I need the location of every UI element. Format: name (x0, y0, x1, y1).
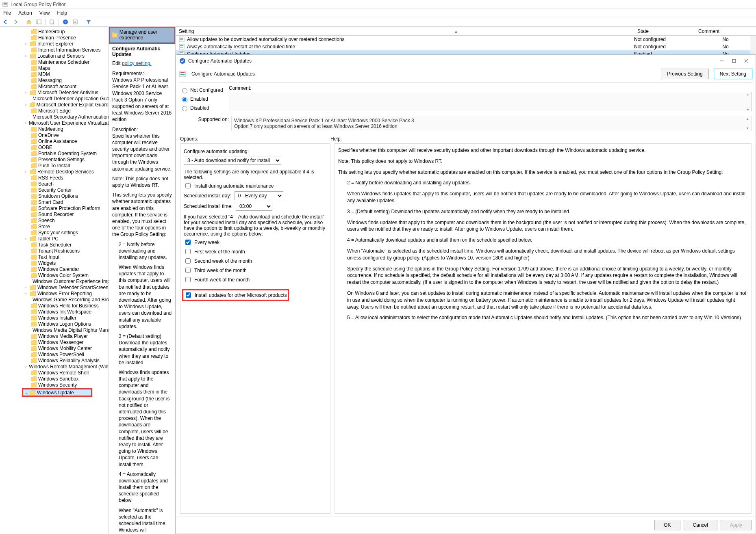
forward-button[interactable] (11, 18, 20, 26)
tree-item[interactable]: Online Assistance (0, 138, 109, 144)
tree-item[interactable]: Windows Security (0, 382, 109, 388)
fourth-week-checkbox[interactable]: Fourth week of the month (184, 276, 327, 283)
tree-item[interactable]: ›Windows Remote Management (WinRM) (0, 363, 109, 370)
tree-item[interactable]: Maintenance Scheduler (0, 59, 109, 65)
chevron-right-icon[interactable]: › (25, 285, 29, 290)
tree-item[interactable]: ›Remote Desktop Services (0, 169, 109, 175)
other-products-checkbox[interactable]: Install updates for other Microsoft prod… (184, 291, 287, 299)
comment-input[interactable] (229, 92, 752, 111)
tree-item[interactable]: Microsoft Secondary Authentication Facto… (0, 114, 109, 120)
tree-item[interactable]: Windows Messenger (0, 339, 109, 345)
list-scrollbar[interactable] (750, 36, 756, 54)
radio-not-configured[interactable]: Not Configured (180, 87, 225, 93)
configure-updating-select[interactable]: 3 - Auto download and notify for install (184, 156, 281, 165)
table-row[interactable]: Allow updates to be downloaded automatic… (176, 36, 756, 43)
tree-item[interactable]: Windows Color System (0, 272, 109, 278)
chevron-right-icon[interactable]: › (25, 291, 29, 296)
previous-setting-button[interactable]: Previous Setting (661, 69, 708, 79)
filter-button[interactable] (85, 18, 93, 26)
menu-action[interactable]: Action (18, 10, 32, 16)
first-week-checkbox[interactable]: First week of the month (184, 248, 327, 255)
tree-item[interactable]: Sync your settings (0, 229, 109, 236)
install-maintenance-checkbox[interactable]: Install during automatic maintenance (184, 182, 327, 190)
tree-item[interactable]: Store (0, 223, 109, 229)
tree-item[interactable]: Windows Ink Workspace (0, 309, 109, 315)
tree-item[interactable]: Human Presence (0, 35, 109, 41)
tree-item[interactable]: ›Microsoft User Experience Virtualizatio… (0, 120, 109, 126)
chevron-right-icon[interactable]: › (25, 90, 29, 95)
chevron-right-icon[interactable]: › (25, 102, 29, 107)
tree-item[interactable]: Security Center (0, 187, 109, 193)
col-state[interactable]: State (634, 28, 695, 34)
chevron-right-icon[interactable]: › (25, 54, 29, 58)
sched-time-select[interactable]: 03:00 (236, 202, 272, 211)
maximize-button[interactable] (728, 56, 740, 65)
back-button[interactable] (2, 18, 10, 26)
tree-item[interactable]: Windows Media Player (0, 333, 109, 339)
menu-file[interactable]: File (3, 10, 11, 16)
tree-pane[interactable]: HomeGroupHuman Presence›Internet Explore… (0, 27, 109, 534)
tree-item[interactable]: ›Internet Explorer (0, 41, 109, 47)
tree-item[interactable]: OOBE (0, 144, 109, 150)
tree-item[interactable]: Task Scheduler (0, 242, 109, 248)
tree-item[interactable]: ›Windows Defender SmartScreen (0, 284, 109, 290)
tree-item[interactable]: ›Location and Sensors (0, 53, 109, 59)
supported-scrollbar[interactable]: ▴▾ (745, 117, 750, 130)
show-hide-tree-button[interactable] (35, 18, 43, 26)
tree-item[interactable]: Text Input (0, 254, 109, 260)
chevron-right-icon[interactable]: › (25, 121, 26, 125)
tree-item[interactable]: Windows Hello for Business (0, 303, 109, 309)
chevron-down-icon[interactable]: ⌄ (25, 390, 29, 395)
tree-item[interactable]: ›Windows Error Reporting (0, 290, 109, 296)
tree-item[interactable]: Windows Installer (0, 315, 109, 321)
tree-item[interactable]: Messaging (0, 77, 109, 83)
tree-item[interactable]: Smart Card (0, 199, 109, 205)
tree-item[interactable]: ›Microsoft Defender Exploit Guard (0, 102, 109, 108)
col-setting[interactable]: Setting▴ (176, 28, 634, 34)
tree-item[interactable]: Windows Logon Options (0, 321, 109, 327)
minimize-button[interactable] (716, 56, 728, 65)
next-setting-button[interactable]: Next Setting (714, 69, 752, 79)
tree-item[interactable]: Windows Calendar (0, 266, 109, 272)
cancel-button[interactable]: Cancel (684, 520, 717, 530)
tree-item[interactable]: HomeGroup (0, 28, 109, 35)
tree-item[interactable]: Windows Remote Shell (0, 370, 109, 376)
menu-view[interactable]: View (39, 10, 50, 16)
tree-item[interactable]: NetMeeting (0, 126, 109, 132)
tree-item[interactable]: Presentation Settings (0, 156, 109, 162)
close-button[interactable] (740, 56, 752, 65)
sched-day-select[interactable]: 0 - Every day (235, 191, 283, 200)
tree-item[interactable]: Widgets (0, 260, 109, 266)
table-row[interactable]: Always automatically restart at the sche… (176, 43, 756, 50)
tree-item[interactable]: Windows Customer Experience Improvement … (0, 278, 109, 284)
radio-enabled[interactable]: Enabled (180, 96, 225, 102)
tree-item[interactable]: Microsoft Defender Application Guard (0, 95, 109, 102)
tree-item[interactable]: Shutdown Options (0, 193, 109, 199)
radio-disabled[interactable]: Disabled (180, 105, 225, 111)
tree-item[interactable]: Speech (0, 217, 109, 223)
chevron-right-icon[interactable]: › (25, 169, 29, 174)
col-comment[interactable]: Comment (695, 28, 756, 34)
comment-scrollbar[interactable]: ▴▾ (745, 93, 751, 112)
tree-item[interactable]: Software Protection Platform (0, 205, 109, 211)
tree-item[interactable]: Search (0, 181, 109, 187)
ok-button[interactable]: OK (654, 520, 680, 530)
tree-item[interactable]: Internet Information Services (0, 47, 109, 53)
chevron-right-icon[interactable]: › (25, 41, 29, 46)
edit-policy-link[interactable]: policy setting. (122, 61, 152, 66)
tree-item[interactable]: Windows Game Recording and Broadcasting (0, 296, 109, 303)
tree-item[interactable]: Microsoft account (0, 83, 109, 89)
tree-item[interactable]: Windows Mobility Center (0, 345, 109, 351)
tree-item[interactable]: ›Microsoft Defender Antivirus (0, 89, 109, 95)
third-week-checkbox[interactable]: Third week of the month (184, 266, 327, 274)
tree-item[interactable]: Maps (0, 65, 109, 71)
apply-button[interactable]: Apply (721, 520, 752, 530)
tree-item[interactable]: OneDrive (0, 132, 109, 138)
tree-item[interactable]: Windows Reliability Analysis (0, 357, 109, 363)
menu-help[interactable]: Help (57, 10, 67, 16)
tree-item[interactable]: MDM (0, 71, 109, 77)
export-button[interactable] (48, 18, 56, 26)
tree-item[interactable]: RSS Feeds (0, 175, 109, 181)
chevron-right-icon[interactable]: › (25, 236, 29, 241)
tree-item[interactable]: Windows PowerShell (0, 351, 109, 357)
